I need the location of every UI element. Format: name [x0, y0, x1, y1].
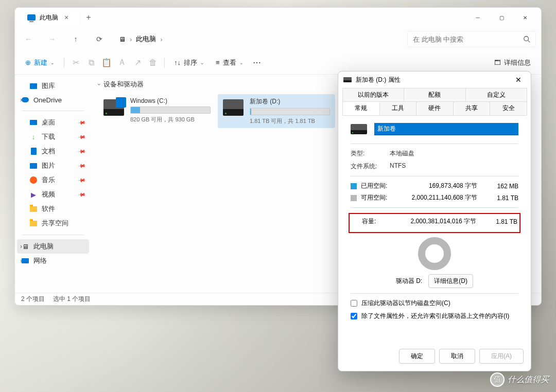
drive-status: 820 GB 可用，共 930 GB	[130, 116, 211, 123]
chevron-down-icon: ⌄	[200, 60, 204, 65]
drive-d[interactable]: 新加卷 (D:) 1.81 TB 可用，共 1.81 TB	[218, 94, 335, 128]
maximize-button[interactable]: ▢	[490, 9, 513, 26]
window-controls: ─ ▢ ✕	[466, 9, 537, 26]
properties-dialog: 新加卷 (D:) 属性 ✕ 以前的版本 配额 自定义 常规 工具 硬件 共享 安…	[338, 71, 531, 371]
pin-icon: 📌	[78, 162, 86, 170]
drive-icon	[351, 124, 367, 134]
up-button[interactable]: ↑	[67, 31, 84, 47]
new-button[interactable]: ⊕新建⌄	[20, 55, 60, 70]
index-checkbox-row[interactable]: 除了文件属性外，还允许索引此驱动器上文件的内容(I)	[351, 312, 518, 320]
pin-icon: 📌	[78, 190, 86, 199]
new-tab-button[interactable]: +	[81, 13, 96, 22]
usage-pie-chart	[418, 237, 451, 270]
tab-close-icon[interactable]: ×	[62, 13, 71, 22]
apply-button[interactable]: 应用(A)	[479, 349, 524, 364]
compress-checkbox[interactable]	[351, 300, 357, 307]
drive-letter-label: 驱动器 D:	[396, 277, 422, 286]
chevron-down-icon: ⌄	[239, 60, 244, 65]
sidebar-item-music[interactable]: 音乐📌	[17, 173, 89, 187]
index-checkbox[interactable]	[351, 313, 357, 319]
used-swatch-icon	[351, 183, 357, 189]
pin-icon: 📌	[78, 176, 86, 184]
watermark: 值 什么值得买	[490, 372, 549, 387]
sidebar-item-videos[interactable]: ▶视频📌	[17, 187, 89, 202]
tabs-container: 以前的版本 配额 自定义 常规 工具 硬件 共享 安全	[338, 88, 531, 115]
breadcrumb-root[interactable]: 此电脑	[136, 34, 156, 44]
forward-button[interactable]: →	[44, 31, 60, 47]
svg-line-1	[528, 41, 530, 43]
sidebar-item-this-pc[interactable]: 🖥此电脑	[17, 239, 89, 254]
item-count: 2 个项目	[21, 295, 45, 304]
sidebar-item-documents[interactable]: 文档📌	[17, 144, 89, 158]
sidebar-item-downloads[interactable]: ↓下载📌	[17, 130, 89, 144]
view-button[interactable]: ≡ 查看 ⌄	[211, 55, 249, 70]
this-pc-icon	[27, 14, 36, 21]
sidebar-item-pictures[interactable]: 图片📌	[17, 158, 89, 173]
drive-icon	[343, 77, 352, 82]
drive-c[interactable]: Windows (C:) 820 GB 可用，共 930 GB	[98, 94, 216, 128]
more-button[interactable]: ⋯	[250, 56, 264, 70]
capacity-highlight: 容量: 2,000,381,014,016 字节 1.81 TB	[349, 213, 520, 233]
refresh-button[interactable]: ⟳	[91, 31, 108, 47]
fs-value: NTFS	[390, 162, 518, 171]
sidebar-item-desktop[interactable]: 桌面📌	[17, 115, 89, 130]
monitor-icon: 🖥	[119, 35, 126, 43]
sidebar-item-network[interactable]: 网络	[17, 254, 89, 268]
plus-icon: ⊕	[25, 59, 31, 66]
ok-button[interactable]: 确定	[399, 349, 435, 364]
tab-sharing[interactable]: 共享	[453, 101, 491, 115]
delete-button[interactable]: 🗑	[146, 56, 160, 70]
minimize-button[interactable]: ─	[466, 9, 490, 26]
tab-hardware[interactable]: 硬件	[416, 101, 454, 115]
share-button[interactable]: ↗	[130, 56, 145, 70]
tab-title: 此电脑	[40, 13, 58, 22]
type-label: 类型:	[351, 149, 390, 158]
dialog-title: 新加卷 (D:) 属性	[356, 76, 401, 84]
sort-button[interactable]: ↑↓ 排序 ⌄	[169, 55, 210, 70]
drive-name: Windows (C:)	[130, 97, 211, 104]
type-value: 本地磁盘	[390, 149, 518, 158]
drive-icon	[103, 99, 124, 116]
back-button[interactable]: ←	[20, 31, 37, 47]
tab-tools[interactable]: 工具	[379, 101, 417, 115]
free-space-row: 可用空间: 2,000,211,140,608 字节 1.81 TB	[351, 193, 518, 202]
tab-this-pc[interactable]: 此电脑 ×	[19, 10, 79, 25]
tab-customize[interactable]: 自定义	[465, 88, 527, 101]
disk-cleanup-button[interactable]: 详细信息(D)	[428, 274, 473, 288]
close-button[interactable]: ✕	[513, 9, 537, 26]
title-bar: 此电脑 × + ─ ▢ ✕	[15, 8, 541, 27]
selected-count: 选中 1 个项目	[53, 295, 91, 304]
cancel-button[interactable]: 取消	[439, 349, 475, 364]
tab-quota[interactable]: 配额	[404, 88, 465, 101]
compress-checkbox-row[interactable]: 压缩此驱动器以节约磁盘空间(C)	[351, 299, 518, 308]
sidebar-item-onedrive[interactable]: OneDrive	[17, 93, 89, 106]
sidebar-item-gallery[interactable]: 图库	[17, 79, 89, 93]
cut-button[interactable]: ✂	[68, 56, 83, 70]
used-space-row: 已用空间: 169,873,408 字节 162 MB	[351, 182, 518, 190]
paste-button[interactable]: 📋	[99, 56, 114, 70]
drive-usage-bar	[250, 108, 330, 115]
search-box[interactable]	[407, 31, 536, 47]
sidebar-item-shared[interactable]: 共享空间	[17, 216, 89, 230]
rename-button[interactable]: Ａ	[115, 56, 129, 70]
tab-strip: 此电脑 × +	[19, 10, 466, 25]
dialog-footer: 确定 取消 应用(A)	[338, 344, 531, 371]
close-icon[interactable]: ✕	[511, 74, 526, 86]
tab-previous-versions[interactable]: 以前的版本	[342, 88, 404, 101]
tab-security[interactable]: 安全	[490, 101, 527, 115]
details-pane-button[interactable]: 🗔 详细信息	[489, 55, 536, 70]
copy-button[interactable]: ⧉	[84, 56, 98, 70]
search-input[interactable]	[413, 35, 519, 43]
dialog-title-bar[interactable]: 新加卷 (D:) 属性 ✕	[338, 72, 531, 88]
svg-point-0	[524, 37, 529, 41]
watermark-badge-icon: 值	[490, 372, 505, 387]
tab-general[interactable]: 常规	[342, 101, 380, 115]
drive-name: 新加卷 (D:)	[250, 97, 330, 106]
breadcrumb-sep: ›	[130, 35, 132, 43]
watermark-text: 什么值得买	[508, 375, 549, 385]
breadcrumb[interactable]: 🖥 › 此电脑 ›	[115, 34, 400, 44]
sidebar-item-software[interactable]: 软件	[17, 202, 89, 216]
fs-label: 文件系统:	[351, 162, 390, 171]
drive-icon	[223, 99, 244, 116]
volume-name-input[interactable]	[374, 123, 518, 135]
